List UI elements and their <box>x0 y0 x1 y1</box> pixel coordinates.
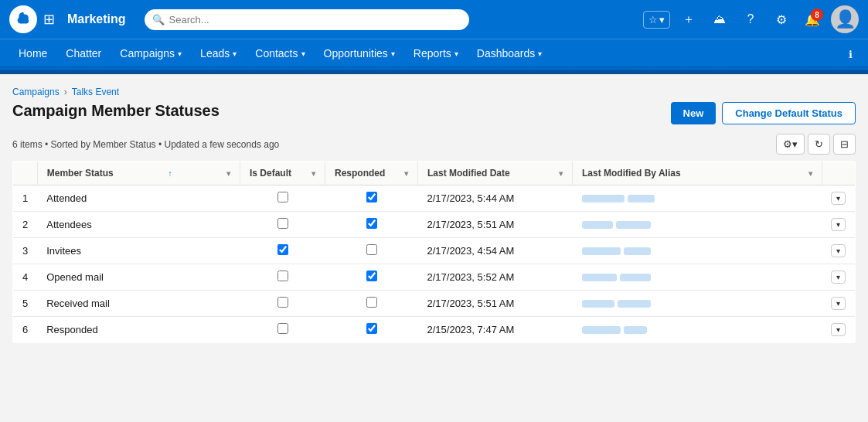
avatar-icon: 👤 <box>835 9 856 29</box>
row-action-button[interactable]: ▾ <box>831 192 846 205</box>
nav-label-reports: Reports <box>414 47 451 60</box>
cell-last-modified-by-alias <box>573 291 822 317</box>
main-content: Campaigns › Talks Event Campaign Member … <box>0 74 868 356</box>
cell-is-default <box>240 291 325 317</box>
nav-label-dashboards: Dashboards <box>477 47 536 60</box>
row-number: 1 <box>13 185 38 212</box>
breadcrumb-campaigns[interactable]: Campaigns <box>12 87 60 97</box>
nav-item-contacts[interactable]: Contacts ▾ <box>246 39 314 70</box>
th-last-modified-date-label: Last Modified Date <box>427 168 510 179</box>
cell-row-action: ▾ <box>822 317 856 343</box>
contacts-caret-icon: ▾ <box>301 49 305 58</box>
row-number: 2 <box>13 212 38 238</box>
cell-responded <box>325 212 418 238</box>
th-last-modified-by-alias-label: Last Modified By Alias <box>582 168 681 179</box>
dashboards-caret-icon: ▾ <box>538 49 542 58</box>
table-row: 4 Opened mail 2/17/2023, 5:52 AM ▾ <box>13 264 856 291</box>
nav-item-dashboards[interactable]: Dashboards ▾ <box>468 39 552 70</box>
cell-last-modified-date: 2/17/2023, 5:52 AM <box>418 264 573 291</box>
nav-item-campaigns[interactable]: Campaigns ▾ <box>111 39 191 70</box>
table-controls: ⚙ ▾ ↻ ⊟ <box>776 134 856 155</box>
breadcrumb-talks-event[interactable]: Talks Event <box>72 87 119 97</box>
is-default-checkbox[interactable] <box>277 323 288 334</box>
th-last-modified-date[interactable]: Last Modified Date ▾ <box>418 162 573 185</box>
responded-checkbox[interactable] <box>366 271 377 281</box>
campaigns-caret-icon: ▾ <box>178 49 182 58</box>
th-responded-label: Responded <box>335 168 385 179</box>
favorite-button[interactable]: ☆ ▾ <box>643 11 670 29</box>
cell-member-status: Responded <box>37 317 240 343</box>
cell-row-action: ▾ <box>822 185 856 212</box>
nav-label-contacts: Contacts <box>255 47 298 60</box>
add-button[interactable]: ＋ <box>676 7 701 32</box>
responded-checkbox[interactable] <box>366 218 377 229</box>
nav-item-leads[interactable]: Leads ▾ <box>191 39 246 70</box>
filter-button[interactable]: ⊟ <box>833 134 856 155</box>
row-action-button[interactable]: ▾ <box>831 271 846 284</box>
nav-item-opportunities[interactable]: Opportunities ▾ <box>315 39 404 70</box>
th-actions <box>822 162 856 185</box>
is-default-caret-icon: ▾ <box>311 169 315 178</box>
is-default-checkbox[interactable] <box>277 271 288 281</box>
nav-label-chatter: Chatter <box>66 47 101 60</box>
row-action-button[interactable]: ▾ <box>831 244 846 257</box>
app-name: Marketing <box>67 12 126 26</box>
cell-responded <box>325 317 418 343</box>
trailhead-icon[interactable]: ⛰ <box>707 7 732 32</box>
star-icon: ☆ <box>648 14 658 26</box>
filter-icon: ⊟ <box>840 138 849 150</box>
cell-last-modified-date: 2/15/2023, 7:47 AM <box>418 317 573 343</box>
row-number: 6 <box>13 317 38 343</box>
th-member-status[interactable]: Member Status ↑ ▾ <box>37 162 240 185</box>
leads-caret-icon: ▾ <box>233 49 237 58</box>
settings-button[interactable]: ⚙ <box>769 7 794 32</box>
is-default-checkbox[interactable] <box>277 244 288 255</box>
is-default-checkbox[interactable] <box>277 297 288 308</box>
cell-responded <box>325 238 418 264</box>
cell-last-modified-date: 2/17/2023, 5:51 AM <box>418 212 573 238</box>
cell-is-default <box>240 317 325 343</box>
grid-icon[interactable]: ⊞ <box>43 11 55 28</box>
responded-checkbox[interactable] <box>366 244 377 255</box>
cell-row-action: ▾ <box>822 264 856 291</box>
search-input[interactable] <box>145 9 469 30</box>
settings-caret-icon: ▾ <box>792 138 798 150</box>
notifications-button[interactable]: 🔔 8 <box>800 7 825 32</box>
cell-last-modified-by-alias <box>573 264 822 291</box>
nav-label-home: Home <box>19 47 47 60</box>
nav-item-reports[interactable]: Reports ▾ <box>404 39 468 70</box>
th-responded[interactable]: Responded ▾ <box>325 162 418 185</box>
responded-checkbox[interactable] <box>366 323 377 334</box>
salesforce-logo <box>9 5 37 33</box>
row-action-button[interactable]: ▾ <box>831 297 846 310</box>
new-button[interactable]: New <box>671 102 717 124</box>
row-action-button[interactable]: ▾ <box>831 218 846 231</box>
row-action-button[interactable]: ▾ <box>831 323 846 336</box>
favorite-caret-icon: ▾ <box>659 14 665 26</box>
nav-actions: ☆ ▾ ＋ ⛰ ? ⚙ 🔔 8 👤 <box>643 5 859 33</box>
help-button[interactable]: ? <box>738 7 763 32</box>
responded-checkbox[interactable] <box>366 297 377 308</box>
header-actions: New Change Default Status <box>671 102 856 124</box>
column-settings-button[interactable]: ⚙ ▾ <box>776 134 805 155</box>
user-avatar[interactable]: 👤 <box>831 5 859 33</box>
cell-last-modified-date: 2/17/2023, 5:51 AM <box>418 291 573 317</box>
responded-checkbox[interactable] <box>366 192 377 202</box>
is-default-checkbox[interactable] <box>277 192 288 202</box>
refresh-button[interactable]: ↻ <box>808 134 830 155</box>
change-default-status-button[interactable]: Change Default Status <box>722 102 856 124</box>
th-last-modified-by-alias[interactable]: Last Modified By Alias ▾ <box>573 162 822 185</box>
nav-item-home[interactable]: Home <box>9 39 56 70</box>
table-header-row: Member Status ↑ ▾ Is Default ▾ Responded… <box>13 162 856 185</box>
notification-badge: 8 <box>811 9 823 21</box>
opportunities-caret-icon: ▾ <box>391 49 395 58</box>
nav-info-icon[interactable]: ℹ <box>842 39 859 70</box>
is-default-checkbox[interactable] <box>277 218 288 229</box>
page-title: Campaign Member Statuses <box>12 102 220 120</box>
responded-caret-icon: ▾ <box>404 169 408 178</box>
cell-is-default <box>240 212 325 238</box>
nav-item-chatter[interactable]: Chatter <box>56 39 111 70</box>
table-toolbar: 6 items • Sorted by Member Status • Upda… <box>12 134 856 155</box>
cell-last-modified-date: 2/17/2023, 4:54 AM <box>418 238 573 264</box>
th-is-default[interactable]: Is Default ▾ <box>240 162 325 185</box>
